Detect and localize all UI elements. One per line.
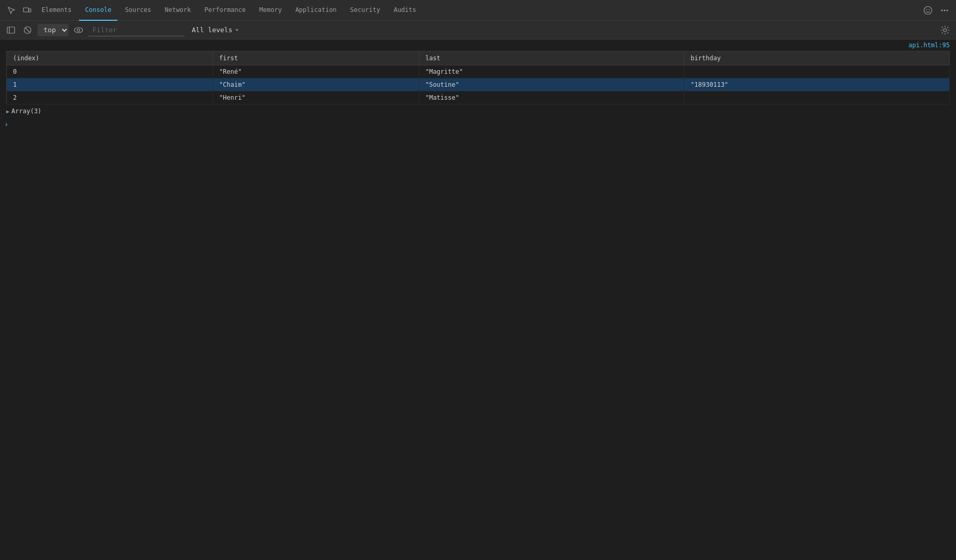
svg-line-11 (25, 28, 30, 32)
table-body: 0"René""Magritte"1"Chaim""Soutine""18930… (7, 65, 950, 104)
cell-birthday: "18930113" (684, 78, 950, 91)
filter-input[interactable] (90, 26, 182, 34)
svg-rect-8 (7, 27, 15, 33)
col-birthday: birthday (684, 51, 950, 65)
tab-performance[interactable]: Performance (198, 0, 252, 21)
array-label: Array(3) (11, 108, 42, 115)
log-levels-button[interactable]: All levels (188, 24, 244, 36)
svg-rect-1 (29, 9, 31, 12)
array-summary[interactable]: ▶ Array(3) (0, 104, 956, 118)
tab-application[interactable]: Application (289, 0, 342, 21)
expand-arrow-icon: ▶ (6, 109, 9, 114)
console-toolbar: top All levels (0, 21, 956, 39)
col-first: first (213, 51, 419, 65)
cell-index: 2 (7, 91, 213, 104)
nav-right-icons (921, 3, 952, 18)
console-table: (index) first last birthday 0"René""Magr… (6, 51, 950, 104)
console-content: api.html:95 (index) first last birthday … (0, 39, 956, 559)
devtools-nav: Elements Console Sources Network Perform… (0, 0, 956, 21)
settings-icon[interactable] (938, 23, 952, 37)
clear-console-icon[interactable] (21, 23, 34, 37)
device-mode-icon[interactable] (20, 3, 34, 18)
svg-point-5 (941, 9, 943, 11)
cell-birthday (684, 65, 950, 78)
chevron-down-icon (234, 28, 240, 33)
table-row[interactable]: 2"Henri""Matisse" (7, 91, 950, 104)
tab-elements[interactable]: Elements (35, 0, 78, 21)
cell-first: "Henri" (213, 91, 419, 104)
svg-point-14 (944, 29, 947, 32)
svg-point-3 (926, 9, 927, 10)
svg-point-12 (74, 28, 83, 33)
context-selector[interactable]: top (37, 24, 69, 36)
select-element-icon[interactable] (4, 3, 19, 18)
tab-memory[interactable]: Memory (253, 0, 288, 21)
tab-sources[interactable]: Sources (118, 0, 157, 21)
table-header: (index) first last birthday (7, 51, 950, 65)
more-options-icon[interactable] (937, 3, 952, 18)
cell-last: "Soutine" (419, 78, 684, 91)
cell-index: 0 (7, 65, 213, 78)
col-last: last (419, 51, 684, 65)
console-input-row: › (0, 118, 956, 130)
table-row[interactable]: 1"Chaim""Soutine""18930113" (7, 78, 950, 91)
tab-network[interactable]: Network (158, 0, 197, 21)
console-prompt-icon: › (4, 120, 8, 128)
cell-index: 1 (7, 78, 213, 91)
table-row[interactable]: 0"René""Magritte" (7, 65, 950, 78)
tab-console[interactable]: Console (79, 0, 118, 21)
svg-point-7 (947, 9, 948, 11)
filter-wrapper (88, 24, 184, 36)
cell-first: "Chaim" (213, 78, 419, 91)
svg-point-6 (944, 9, 946, 11)
svg-point-4 (929, 9, 930, 10)
svg-rect-0 (23, 8, 29, 12)
sidebar-toggle-icon[interactable] (4, 23, 18, 37)
live-expressions-icon[interactable] (72, 23, 85, 37)
cell-last: "Matisse" (419, 91, 684, 104)
feedback-icon[interactable] (921, 3, 935, 18)
tab-audits[interactable]: Audits (388, 0, 422, 21)
file-reference[interactable]: api.html:95 (0, 39, 956, 51)
tab-security[interactable]: Security (344, 0, 387, 21)
svg-point-2 (924, 6, 932, 14)
levels-label: All levels (192, 26, 232, 34)
cell-last: "Magritte" (419, 65, 684, 78)
cell-birthday (684, 91, 950, 104)
cell-first: "René" (213, 65, 419, 78)
col-index: (index) (7, 51, 213, 65)
svg-point-13 (77, 29, 80, 31)
